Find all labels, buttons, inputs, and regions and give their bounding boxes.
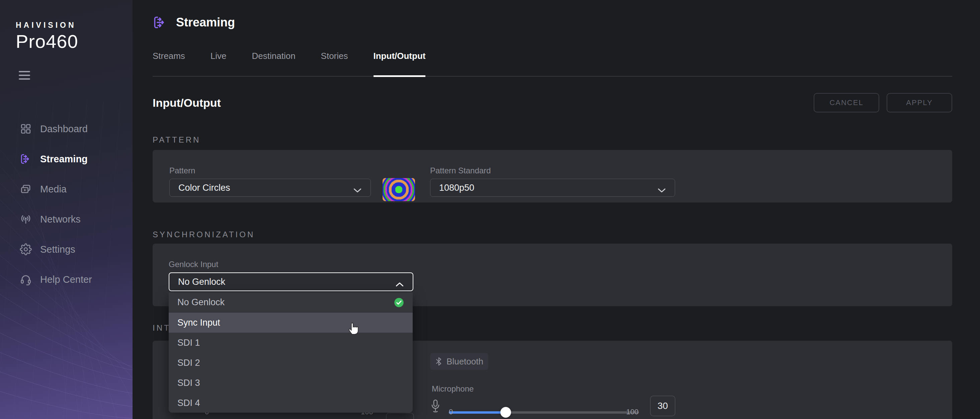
section-title: Streaming	[176, 15, 235, 29]
page-title: Input/Output	[153, 96, 221, 110]
tab-stories[interactable]: Stories	[321, 51, 348, 76]
main-content: Streaming Streams Live Destination Stori…	[132, 0, 980, 419]
sidebar-item-streaming[interactable]: Streaming	[0, 144, 132, 174]
sidebar-item-settings[interactable]: Settings	[0, 234, 132, 264]
headset-icon	[19, 273, 32, 286]
antenna-icon	[19, 213, 32, 226]
menu-collapse-icon[interactable]	[19, 71, 30, 80]
slider-thumb[interactable]	[500, 407, 511, 417]
mic-slider-min-label: 0	[449, 408, 453, 416]
tab-input-output[interactable]: Input/Output	[374, 51, 426, 77]
microphone-icon	[430, 398, 441, 414]
sidebar-item-dashboard[interactable]: Dashboard	[0, 114, 132, 144]
dropdown-option-label: SDI 3	[177, 378, 200, 388]
genlock-input-label: Genlock Input	[169, 260, 218, 269]
color-circles-preview	[383, 178, 415, 201]
microphone-label: Microphone	[432, 384, 474, 394]
pattern-select[interactable]: Color Circles	[169, 179, 371, 197]
dropdown-option-label: Sync Input	[177, 318, 220, 328]
sidebar-nav: Dashboard Streaming	[0, 114, 132, 295]
genlock-dropdown-menu: No Genlock Sync Input SDI 1 SDI 2	[169, 293, 413, 413]
sidebar-item-label: Streaming	[40, 154, 88, 165]
brand-logo: HAIVISION Pro460	[16, 21, 78, 52]
sidebar-item-media[interactable]: Media	[0, 174, 132, 204]
mic-value: 30	[657, 401, 668, 411]
dropdown-option-label: SDI 4	[177, 398, 200, 408]
sidebar: HAIVISION Pro460 Dashboard	[0, 0, 132, 419]
dropdown-option-label: SDI 1	[177, 338, 200, 348]
mic-value-box[interactable]: 30	[650, 395, 675, 416]
app-header: Streaming	[153, 15, 235, 30]
left-slider-value-box[interactable]	[386, 413, 414, 419]
chevron-down-icon	[657, 185, 666, 190]
genlock-select-value: No Genlock	[178, 277, 225, 287]
app-root: HAIVISION Pro460 Dashboard	[0, 0, 980, 419]
page-head: Input/Output CANCEL APPLY	[153, 93, 952, 112]
cancel-button[interactable]: CANCEL	[814, 93, 879, 112]
dropdown-option-sdi-3[interactable]: SDI 3	[169, 373, 413, 393]
pattern-select-value: Color Circles	[178, 183, 230, 193]
check-circle-icon	[394, 298, 404, 307]
chevron-down-icon	[353, 185, 362, 190]
pattern-field-label: Pattern	[169, 166, 195, 175]
dropdown-option-sdi-2[interactable]: SDI 2	[169, 353, 413, 373]
dropdown-option-sdi-4[interactable]: SDI 4	[169, 393, 413, 413]
sidebar-item-help-center[interactable]: Help Center	[0, 264, 132, 295]
pattern-card: Pattern Color Circles Pattern Standard 1…	[153, 150, 952, 202]
dropdown-option-no-genlock[interactable]: No Genlock	[169, 293, 413, 312]
bluetooth-button[interactable]: Bluetooth	[430, 353, 488, 370]
apply-button[interactable]: APPLY	[887, 93, 952, 112]
sidebar-item-label: Dashboard	[40, 123, 88, 135]
media-stack-icon	[19, 183, 32, 196]
dropdown-option-label: No Genlock	[177, 297, 224, 307]
synchronization-card: Genlock Input No Genlock No Genlock	[153, 244, 952, 306]
brand-pro460: Pro460	[16, 30, 78, 52]
tab-bar: Streams Live Destination Stories Input/O…	[153, 51, 952, 76]
mic-slider-fill	[449, 411, 506, 414]
pattern-section-label: PATTERN	[153, 135, 200, 145]
sidebar-item-networks[interactable]: Networks	[0, 204, 132, 234]
pattern-standard-label: Pattern Standard	[430, 166, 491, 175]
dropdown-option-label: SDI 2	[177, 358, 200, 368]
gear-icon	[19, 243, 32, 256]
microphone-slider[interactable]	[449, 404, 639, 419]
dropdown-option-sdi-1[interactable]: SDI 1	[169, 333, 413, 353]
sidebar-item-label: Help Center	[40, 274, 92, 285]
dashboard-grid-icon	[19, 123, 32, 135]
synchronization-section-label: SYNCHRONIZATION	[153, 230, 255, 239]
bluetooth-icon	[435, 357, 442, 366]
bluetooth-label: Bluetooth	[447, 357, 483, 367]
tab-streams[interactable]: Streams	[153, 51, 185, 76]
sidebar-item-label: Settings	[40, 244, 75, 255]
tab-live[interactable]: Live	[210, 51, 227, 76]
sidebar-item-label: Networks	[40, 214, 81, 225]
mic-slider-max-label: 100	[626, 408, 639, 416]
streaming-arrows-icon	[19, 153, 32, 165]
chevron-up-icon	[395, 279, 404, 284]
pattern-standard-value: 1080p50	[439, 183, 474, 193]
dropdown-option-sync-input[interactable]: Sync Input	[169, 312, 413, 333]
tab-destination[interactable]: Destination	[252, 51, 296, 76]
brand-haivision: HAIVISION	[16, 21, 78, 30]
genlock-select[interactable]: No Genlock	[169, 272, 414, 291]
sidebar-item-label: Media	[40, 184, 67, 195]
streaming-arrows-icon	[153, 15, 167, 30]
pattern-standard-select[interactable]: 1080p50	[430, 179, 675, 197]
